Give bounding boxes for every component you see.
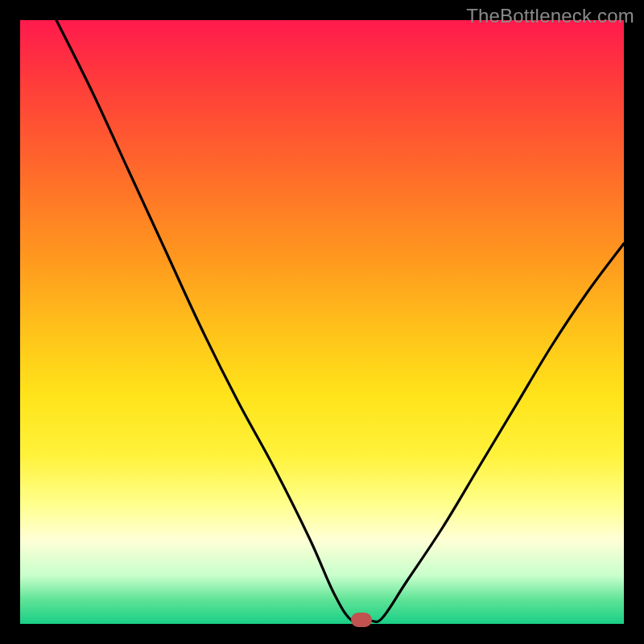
watermark-text: TheBottleneck.com [466, 5, 634, 27]
curve-svg [20, 20, 624, 624]
bottleneck-curve [56, 20, 624, 623]
plot-area [20, 20, 624, 624]
minimum-marker [351, 613, 372, 627]
chart-frame: TheBottleneck.com [0, 0, 644, 644]
